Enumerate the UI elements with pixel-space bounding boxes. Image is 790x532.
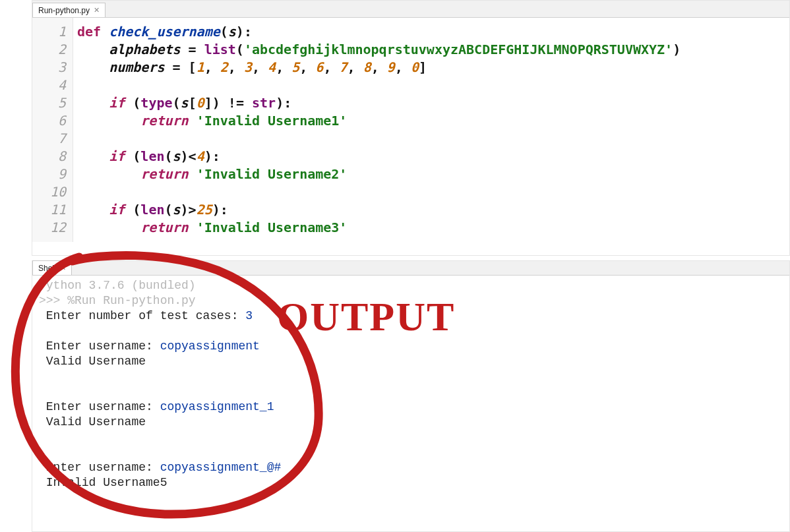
- prompt-text: Enter username:: [39, 340, 160, 353]
- output-line: Valid Username: [39, 355, 146, 368]
- shell-tab-strip: Shell ✕: [32, 261, 789, 276]
- close-icon[interactable]: ✕: [60, 264, 66, 272]
- shell-tab[interactable]: Shell ✕: [32, 260, 72, 275]
- code-area[interactable]: 1 2 3 4 5 6 7 8 9 10 11 12 def check_use…: [32, 18, 789, 242]
- prompt-text: Enter username:: [39, 461, 160, 474]
- code-text[interactable]: def check_username(s): alphabets = list(…: [73, 18, 681, 242]
- python-banner: Python 3.7.6 (bundled): [39, 279, 196, 292]
- line-number: 3: [32, 59, 66, 76]
- line-number: 6: [32, 112, 66, 130]
- line-number: 9: [32, 165, 66, 183]
- output-line: Invalid Username5: [39, 476, 167, 489]
- shell-prompt: >>>: [39, 294, 67, 307]
- editor-tab-strip: Run-python.py ✕: [32, 1, 789, 18]
- line-number: 8: [32, 148, 66, 165]
- shell-pane: Shell ✕ Python 3.7.6 (bundled) >>> %Run …: [32, 260, 790, 532]
- line-number: 1: [32, 23, 66, 41]
- shell-tab-label: Shell: [38, 264, 56, 273]
- user-input: 3: [245, 309, 253, 322]
- close-icon[interactable]: ✕: [94, 7, 100, 14]
- output-line: Valid Username: [39, 415, 146, 429]
- line-number: 7: [32, 130, 66, 148]
- line-number: 5: [32, 94, 66, 112]
- prompt-text: Enter username:: [39, 400, 160, 413]
- user-input: copyassignment_1: [160, 400, 274, 413]
- shell-output[interactable]: Python 3.7.6 (bundled) >>> %Run Run-pyth…: [32, 276, 789, 493]
- user-input: copyassignment_@#: [160, 461, 282, 474]
- prompt-text: Enter number of test cases:: [39, 309, 245, 322]
- line-number: 2: [32, 41, 66, 59]
- line-number: 4: [32, 76, 66, 94]
- line-gutter: 1 2 3 4 5 6 7 8 9 10 11 12: [32, 18, 73, 242]
- line-number: 10: [32, 183, 66, 201]
- user-input: copyassignment: [160, 340, 260, 353]
- run-command: %Run Run-python.py: [67, 294, 195, 307]
- editor-tab-label: Run-python.py: [38, 6, 90, 15]
- line-number: 11: [32, 201, 66, 219]
- editor-tab[interactable]: Run-python.py ✕: [32, 3, 106, 17]
- editor-pane: Run-python.py ✕ 1 2 3 4 5 6 7 8 9 10 11 …: [32, 0, 790, 256]
- line-number: 12: [32, 219, 66, 237]
